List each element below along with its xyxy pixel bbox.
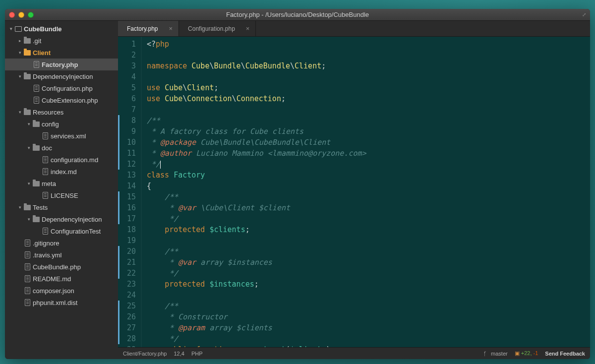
line-number[interactable]: 14 [118, 181, 136, 191]
code-line[interactable]: */ [147, 159, 590, 170]
line-number[interactable]: 13 [118, 170, 136, 181]
line-number[interactable]: 3 [118, 61, 136, 71]
folder-item--git[interactable]: ▸.git [5, 35, 118, 47]
line-number[interactable]: 27 [118, 322, 136, 333]
folder-item-dependencyinjection[interactable]: ▾DependencyInjection [5, 70, 118, 82]
git-diff-stats[interactable]: ▣ +22, -1 [515, 350, 538, 357]
line-number[interactable]: 2 [118, 50, 136, 61]
line-number[interactable]: 17 [118, 213, 136, 224]
line-number[interactable]: 21 [118, 257, 136, 268]
file-item-license[interactable]: LICENSE [5, 189, 118, 201]
file-item-configuration-php[interactable]: Configuration.php [5, 82, 118, 94]
line-number[interactable]: 8 [118, 115, 136, 126]
code-line[interactable]: * @var array $instances [147, 257, 590, 268]
line-number[interactable]: 9 [118, 126, 136, 137]
code-line[interactable]: /** [147, 115, 590, 126]
code-line[interactable] [147, 290, 590, 301]
line-number[interactable]: 25 [118, 301, 136, 311]
close-tab-icon[interactable]: × [246, 25, 250, 32]
file-item-phpunit-xml-dist[interactable]: phpunit.xml.dist [5, 297, 118, 308]
close-window-button[interactable] [9, 12, 15, 18]
code-editor[interactable]: 1234567891011121314151617181920212223242… [118, 37, 590, 347]
project-root[interactable]: ▾ CubeBundle [5, 23, 118, 35]
folder-item-tests[interactable]: ▾Tests [5, 201, 118, 213]
line-number-gutter[interactable]: 1234567891011121314151617181920212223242… [118, 37, 142, 347]
line-number[interactable]: 22 [118, 268, 136, 279]
code-line[interactable]: use Cube\Client; [147, 82, 590, 93]
line-number[interactable]: 16 [118, 202, 136, 213]
folder-item-client[interactable]: ▾Client [5, 47, 118, 59]
line-number[interactable]: 18 [118, 224, 136, 235]
folder-item-resources[interactable]: ▾Resources [5, 106, 118, 118]
file-item--gitignore[interactable]: .gitignore [5, 237, 118, 249]
file-item-factory-php[interactable]: Factory.php [5, 59, 118, 70]
code-line[interactable]: protected $instances; [147, 279, 590, 290]
code-line[interactable]: * @author Luciano Mammino <lmammino@oryz… [147, 148, 590, 159]
line-number[interactable]: 19 [118, 235, 136, 246]
git-branch-name[interactable]: master [491, 351, 508, 357]
status-cursor-position[interactable]: 12,4 [174, 351, 184, 357]
line-number[interactable]: 11 [118, 148, 136, 159]
status-language[interactable]: PHP [191, 351, 203, 357]
titlebar[interactable]: Factory.php - /Users/luciano/Desktop/Cub… [5, 9, 590, 21]
code-line[interactable]: */ [147, 268, 590, 279]
code-line[interactable]: protected $clients; [147, 224, 590, 235]
code-line[interactable]: * @package Cube\Bundle\CubeBundle\Client [147, 137, 590, 148]
line-number[interactable]: 4 [118, 71, 136, 82]
file-item-configurationtest[interactable]: ConfigurationTest [5, 225, 118, 237]
code-line[interactable]: class Factory [147, 170, 590, 181]
line-number[interactable]: 5 [118, 82, 136, 93]
code-line[interactable] [147, 235, 590, 246]
folder-item-doc[interactable]: ▾doc [5, 142, 118, 154]
code-line[interactable]: * @var \Cube\Client $client [147, 202, 590, 213]
code-line[interactable]: /** [147, 246, 590, 257]
code-line[interactable]: /** [147, 301, 590, 311]
file-item-composer-json[interactable]: composer.json [5, 285, 118, 297]
line-number[interactable]: 26 [118, 311, 136, 322]
code-content[interactable]: <?php namespace Cube\Bundle\CubeBundle\C… [142, 37, 590, 347]
file-item-services-xml[interactable]: services.xml [5, 130, 118, 142]
line-number[interactable]: 23 [118, 279, 136, 290]
code-line[interactable]: * A factory class for Cube clients [147, 126, 590, 137]
code-line[interactable] [147, 71, 590, 82]
folder-item-dependencyinjection[interactable]: ▾DependencyInjection [5, 213, 118, 225]
file-item-cubebundle-php[interactable]: CubeBundle.php [5, 261, 118, 273]
tab-configuration-php[interactable]: Configuration.php× [179, 21, 256, 36]
code-line[interactable]: * Constructor [147, 311, 590, 322]
code-line[interactable] [147, 50, 590, 61]
close-tab-icon[interactable]: × [169, 25, 173, 32]
line-number[interactable]: 15 [118, 191, 136, 202]
line-number[interactable]: 6 [118, 93, 136, 104]
file-item-cubeextension-php[interactable]: CubeExtension.php [5, 94, 118, 106]
code-line[interactable] [147, 104, 590, 115]
code-line[interactable]: */ [147, 213, 590, 224]
tab-bar[interactable]: Factory.php×Configuration.php× [118, 21, 590, 37]
code-line[interactable]: * @param array $clients [147, 322, 590, 333]
zoom-window-button[interactable] [28, 12, 34, 18]
code-line[interactable]: namespace Cube\Bundle\CubeBundle\Client; [147, 61, 590, 71]
line-number[interactable]: 28 [118, 333, 136, 344]
status-file-path[interactable]: Client/Factory.php [123, 351, 167, 357]
file-tree-sidebar[interactable]: ▾ CubeBundle ▸.git▾ClientFactory.php▾Dep… [5, 21, 118, 359]
fullscreen-icon[interactable]: ⤢ [582, 12, 586, 17]
line-number[interactable]: 12 [118, 159, 136, 170]
line-number[interactable]: 10 [118, 137, 136, 148]
line-number[interactable]: 20 [118, 246, 136, 257]
line-number[interactable]: 7 [118, 104, 136, 115]
file-item--travis-yml[interactable]: .travis.yml [5, 249, 118, 261]
minimize-window-button[interactable] [18, 12, 24, 18]
tab-factory-php[interactable]: Factory.php× [118, 21, 179, 36]
code-line[interactable]: { [147, 181, 590, 191]
code-line[interactable]: <?php [147, 39, 590, 50]
code-line[interactable]: use Cube\Connection\Connection; [147, 93, 590, 104]
file-item-readme-md[interactable]: README.md [5, 273, 118, 285]
code-line[interactable]: /** [147, 191, 590, 202]
folder-item-meta[interactable]: ▾meta [5, 178, 118, 189]
code-line[interactable]: */ [147, 333, 590, 344]
line-number[interactable]: 24 [118, 290, 136, 301]
folder-item-config[interactable]: ▾config [5, 118, 118, 130]
file-item-index-md[interactable]: index.md [5, 166, 118, 178]
line-number[interactable]: 1 [118, 39, 136, 50]
file-item-configuration-md[interactable]: configuration.md [5, 154, 118, 166]
send-feedback-button[interactable]: Send Feedback [545, 351, 585, 357]
